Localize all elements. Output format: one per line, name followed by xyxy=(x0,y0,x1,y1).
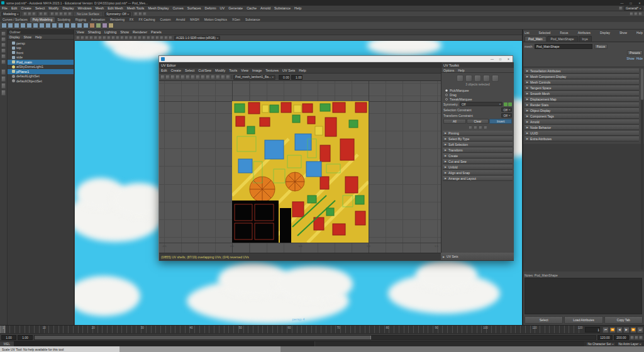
view-transform-selector[interactable]: ACES 1.0 SDR-video (sRGB) xyxy=(174,36,220,40)
uv-editor-menu-item[interactable]: Create xyxy=(169,69,183,72)
snap-to-point-icon[interactable] xyxy=(59,12,63,16)
superellipse-icon[interactable] xyxy=(83,23,89,28)
uv-editor-menu-item[interactable]: Edit xyxy=(159,69,169,72)
layout-uvs-icon[interactable] xyxy=(196,75,200,79)
isolate-select-icon[interactable] xyxy=(169,36,172,40)
persp-outliner-layout-icon[interactable] xyxy=(1,83,6,89)
uv-sets-section[interactable]: ▶ UV Sets xyxy=(441,253,514,261)
sew-uv-edges-icon[interactable] xyxy=(186,75,190,79)
uv-minimize-button[interactable]: — xyxy=(488,56,496,62)
workspace-selector[interactable]: General* xyxy=(624,6,643,11)
toolkit-section-header[interactable]: ▶Unfold xyxy=(443,165,513,170)
attribute-editor-menu-item[interactable]: Help xyxy=(636,31,643,35)
menu-item[interactable]: Edit Mesh xyxy=(106,6,125,10)
uv-editor-menu-item[interactable]: Help xyxy=(297,69,308,72)
modeling-toolkit-icon[interactable] xyxy=(630,12,633,16)
outliner-item[interactable]: front xyxy=(8,50,74,55)
uv-editor-menu-item[interactable]: View xyxy=(239,69,250,72)
selection-mode-radio[interactable]: Pick/Marquee xyxy=(441,88,514,92)
snap-to-view-plane-icon[interactable] xyxy=(64,12,67,16)
attribute-section-header[interactable]: ▶Tangent Space xyxy=(525,85,639,91)
unfold-uvs-icon[interactable] xyxy=(191,75,195,79)
flip-u-icon[interactable] xyxy=(160,75,165,79)
grid-toggle-icon[interactable] xyxy=(107,36,111,40)
attribute-section-header[interactable]: ▶Render Stats xyxy=(525,102,639,107)
menu-item[interactable]: Mesh Tools xyxy=(125,6,147,10)
textured-display-icon[interactable] xyxy=(147,36,150,40)
shelf-tab[interactable]: Rendering xyxy=(108,17,127,22)
panel-menu-item[interactable]: Show xyxy=(118,30,131,34)
polygon-torus-icon[interactable] xyxy=(26,23,32,28)
uv-maximize-button[interactable]: □ xyxy=(496,56,504,62)
shelf-tab[interactable]: Arnold xyxy=(174,17,187,22)
checker-map-icon[interactable] xyxy=(221,75,225,79)
toolkit-section-header[interactable]: ▶Align and Snap xyxy=(443,170,513,175)
toolkit-section-header[interactable]: ▶Cut and Sew xyxy=(443,159,513,164)
go-to-end-button[interactable]: ⏭ xyxy=(637,327,643,333)
uv-editor-menu-item[interactable]: Textures xyxy=(264,69,280,72)
attribute-section-header[interactable]: ▶Arnold xyxy=(525,119,639,124)
outliner-item[interactable]: persp xyxy=(8,41,74,46)
attribute-section-header[interactable]: ▶UUID xyxy=(525,131,639,136)
attribute-section-header[interactable]: ▶Tessellation Attributes xyxy=(525,69,639,74)
menu-item[interactable]: Curves xyxy=(170,6,185,10)
panel-menu-item[interactable]: Panels xyxy=(149,30,164,34)
menu-item[interactable]: File xyxy=(0,6,9,10)
face-component-icon[interactable] xyxy=(479,126,482,129)
two-d-pan-zoom-icon[interactable] xyxy=(98,36,102,40)
attribute-editor-menu-item[interactable]: List xyxy=(525,31,529,35)
toolkit-section-header[interactable]: ▶Arrange and Layout xyxy=(443,176,513,181)
attribute-section-header[interactable]: ▶Extra Attributes xyxy=(525,136,639,141)
attribute-editor-menu-item[interactable]: Attributes xyxy=(578,31,591,35)
gamma-field[interactable] xyxy=(291,75,303,80)
wireframe-display-icon[interactable] xyxy=(138,36,142,40)
scrollbar-thumb[interactable] xyxy=(641,69,643,100)
attribute-editor-menu-item[interactable]: Show xyxy=(619,31,627,35)
mirror-icon[interactable] xyxy=(102,23,108,28)
outliner-item[interactable]: top xyxy=(8,46,74,51)
notes-field[interactable] xyxy=(525,278,642,314)
single-pane-layout-icon[interactable] xyxy=(1,69,6,75)
texture-selector[interactable]: Pod_mesh_lambert1_Ba... xyxy=(233,75,275,80)
motion-blur-toggle-icon[interactable] xyxy=(164,36,168,40)
paint-select-tool-icon[interactable] xyxy=(1,43,6,47)
attribute-section-header[interactable]: ▶Node Behavior xyxy=(525,125,639,130)
flip-v-icon[interactable] xyxy=(165,75,170,79)
camera-attributes-icon[interactable] xyxy=(85,36,89,40)
rotate-ccw-icon[interactable] xyxy=(170,75,175,79)
polygon-pyramid-icon[interactable] xyxy=(52,23,57,28)
panel-menu-item[interactable]: Renderer xyxy=(131,30,149,34)
move-tool-icon[interactable] xyxy=(1,48,6,53)
isolate-select-icon[interactable] xyxy=(483,75,490,82)
play-forwards-button[interactable]: ▶ xyxy=(623,327,630,333)
cut-uv-edges-icon[interactable] xyxy=(180,75,185,79)
minimize-button[interactable]: — xyxy=(618,0,626,6)
hide-link[interactable]: Hide xyxy=(636,57,643,60)
scale-tool-icon[interactable] xyxy=(1,60,6,64)
menu-item[interactable]: Windows xyxy=(75,6,93,10)
menu-item[interactable]: Help xyxy=(292,6,303,10)
menu-item[interactable]: Mesh xyxy=(94,6,106,10)
go-to-start-button[interactable]: ⏮ xyxy=(602,327,609,333)
use-default-material-icon[interactable] xyxy=(151,36,155,40)
shell-component-icon[interactable] xyxy=(484,126,487,129)
range-slider-track[interactable] xyxy=(34,335,596,340)
show-link[interactable]: Show xyxy=(626,57,635,60)
rotate-tool-icon[interactable] xyxy=(1,54,6,58)
outliner-item[interactable]: defaultLightSet xyxy=(8,74,74,79)
save-scene-icon[interactable] xyxy=(32,12,36,16)
snap-to-grid-icon[interactable] xyxy=(50,12,54,16)
attribute-section-header[interactable]: ▶Mesh Controls xyxy=(525,80,639,85)
playback-end-field[interactable] xyxy=(597,335,613,340)
attribute-editor-tab[interactable]: lnye xyxy=(579,36,592,41)
render-current-frame-icon[interactable] xyxy=(134,12,138,16)
texture-borders-icon[interactable] xyxy=(216,75,220,79)
menu-item[interactable]: Deform xyxy=(203,6,218,10)
character-set-selector[interactable]: No Character Set xyxy=(586,342,615,346)
outliner-item[interactable]: Pod_main xyxy=(8,60,74,65)
shelf-tab[interactable]: Substance xyxy=(243,17,263,22)
toolkit-select-button[interactable]: Invert xyxy=(489,119,512,124)
shelf-tab[interactable]: MASH xyxy=(187,17,201,22)
open-scene-icon[interactable] xyxy=(28,12,31,16)
attribute-editor-scrollbar[interactable] xyxy=(641,69,643,270)
